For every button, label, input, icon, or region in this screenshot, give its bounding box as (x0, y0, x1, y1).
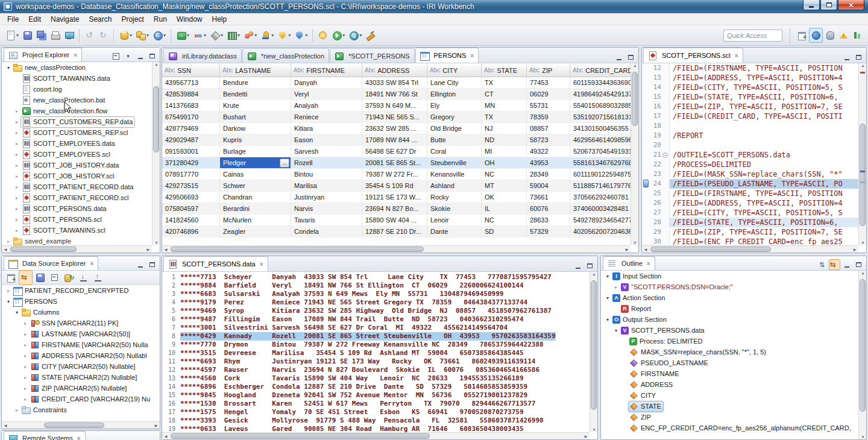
column-header-lastname[interactable]: AbcLASTNAME (220, 63, 291, 77)
expanded-arrow-icon[interactable]: ▾ (603, 274, 612, 279)
connection-status-button[interactable] (4, 270, 18, 285)
dse-tree-item[interactable]: ▸PATIENT_RECORD_ENCRYPTED (2, 285, 160, 296)
collapsed-arrow-icon[interactable]: ▸ (13, 152, 21, 157)
new-flow-button[interactable]: ▾ (174, 28, 191, 43)
outline-tree-item[interactable]: ▾Input Section (601, 271, 858, 281)
menu-edit[interactable]: Edit (24, 14, 46, 25)
scl-code-area[interactable]: 12/FIELD=(FIRSTNAME, TYPE=ASCII, POSITIO… (642, 63, 858, 245)
code-line[interactable]: 17/FIELD=(CREDIT_CARD, TYPE=ASCII, POSIT… (642, 112, 858, 121)
outline-tree-item[interactable]: Report (601, 303, 858, 314)
query-button[interactable]: ▾ (347, 28, 363, 43)
outline-tree-item[interactable]: MASK_SSN=replace_chars(SSN, "*", 1, 5) (601, 347, 858, 357)
dropdown-arrow-icon[interactable]: ▾ (359, 33, 362, 38)
resource-perspective-button[interactable] (851, 28, 864, 43)
collapsed-arrow-icon[interactable]: ▸ (21, 342, 30, 348)
run-button[interactable]: ▾ (330, 28, 347, 43)
project-tree-item[interactable]: ▸SCOTT_CUSTOMERS_REP.scl (2, 127, 152, 138)
classify-wizard-button[interactable]: ▾ (292, 28, 309, 43)
pe-vertical-scrollbar[interactable]: ▲▼ (152, 62, 160, 245)
expanded-arrow-icon[interactable]: ▾ (603, 295, 612, 301)
minimize-window-button[interactable] (803, 0, 820, 10)
tab-persons[interactable]: PERSONS× (415, 48, 479, 63)
scroll-thumb[interactable] (153, 86, 159, 152)
collapsed-arrow-icon[interactable]: ▸ (13, 217, 21, 222)
table-row[interactable]: 075804597BerardiniNarvis23694 N 827 Bo..… (162, 203, 631, 215)
dse-tree-item[interactable]: ▸ZIP [VARCHAR2(5) Nullable] (2, 383, 160, 394)
maximize-editor-button[interactable] (853, 52, 864, 63)
collapsed-arrow-icon[interactable]: ▸ (21, 321, 30, 326)
collapsed-arrow-icon[interactable]: ▸ (13, 163, 21, 168)
dropdown-arrow-icon[interactable]: ▾ (271, 33, 274, 38)
save-button[interactable] (20, 28, 34, 43)
project-tree-item[interactable]: ▾new_classProtection (2, 62, 152, 73)
expanded-arrow-icon[interactable]: ▾ (4, 65, 13, 71)
tab-scott-persons-scl[interactable]: SCOTT_PERSONS.scl × (643, 48, 743, 63)
collapsed-arrow-icon[interactable]: ▸ (13, 206, 21, 212)
data-line[interactable]: 10*****3515 Devreese Marilisa 35454 S 10… (162, 349, 590, 357)
menu-navigate[interactable]: Navigate (46, 14, 84, 25)
dropdown-arrow-icon[interactable]: ▾ (342, 33, 345, 38)
column-header-ssn[interactable]: AbcSSN (162, 63, 220, 77)
dse-tree-item[interactable]: ▸STATE [VARCHAR2(2) Nullable] (2, 372, 160, 383)
scroll-thumb[interactable] (44, 423, 104, 428)
export-profile-button[interactable] (91, 270, 105, 285)
data-line[interactable]: 6*****9487 Fillingim Eason 17089 NW 844 … (162, 315, 590, 324)
project-tree-item[interactable]: ▸saved_example (2, 236, 152, 245)
data-code-area[interactable]: 1*****7713 Scheyer Danyah 43033 SW 854 T… (162, 272, 590, 432)
remote-systems-tab[interactable]: Remote Systems × (4, 431, 86, 440)
menu-help[interactable]: Help (207, 14, 232, 25)
data-vertical-scrollbar[interactable]: ▲▼ (590, 272, 597, 432)
minimize-view-button[interactable] (134, 259, 146, 270)
data-horizontal-scrollbar[interactable]: ◀▶ (162, 432, 590, 439)
close-view-icon[interactable]: × (74, 52, 77, 58)
code-line[interactable]: 28/FIELD=(STATE, TYPE=ASCII, POSITION=6, (642, 218, 858, 227)
outline-vertical-scrollbar[interactable]: ▲▼ (858, 271, 866, 439)
dropdown-arrow-icon[interactable]: ▾ (16, 33, 19, 38)
outline-tree-item[interactable]: ENC_FP_CREDIT_CARD=enc_fp_aes256_alphanu… (601, 423, 858, 433)
project-tree-item[interactable]: ▸SCOTT_PATIENT_RECORD.scl (2, 192, 152, 203)
project-tree-item[interactable]: SCOTT_TAIWANINS.data (2, 73, 152, 84)
collapsed-arrow-icon[interactable]: ▸ (612, 284, 620, 290)
collapsed-arrow-icon[interactable]: ▸ (13, 195, 21, 201)
tab--new-classprotection[interactable]: *new_classProtection (242, 48, 329, 63)
table-row[interactable]: 429029487KuprisEason17089 NW 844 ...Butt… (162, 134, 631, 146)
code-line[interactable]: 16/FIELD=(ZIP, TYPE=ASCII, POSITION=7, S… (642, 102, 858, 112)
protect-wizard-button[interactable]: ▾ (275, 28, 292, 43)
close-view-icon[interactable]: × (90, 260, 93, 267)
dropdown-arrow-icon[interactable]: ▾ (221, 33, 223, 38)
project-tree-item[interactable]: ▸SCOTT_JOB_HISTORY.scl (2, 171, 152, 181)
expanded-arrow-icon[interactable]: ▾ (4, 299, 13, 304)
project-tree-item[interactable]: ▸SCOTT_PERSONS.data (2, 203, 152, 214)
dse-tree-item[interactable]: ▸SSN [VARCHAR2(11) PK] (2, 318, 160, 328)
link-with-editor-button[interactable] (19, 270, 33, 285)
dropdown-arrow-icon[interactable]: ▾ (130, 33, 132, 38)
dse-tree-item[interactable]: ▾PERSONS (2, 296, 160, 307)
data-line[interactable]: 5*****9469 Syrop Kitiara 23632 SW 285 Hi… (162, 307, 590, 315)
expanded-arrow-icon[interactable]: ▾ (603, 317, 612, 322)
scroll-thumb[interactable] (10, 247, 77, 252)
project-tree-item[interactable]: cosort.log (2, 84, 152, 95)
link-with-editor-button[interactable] (829, 259, 840, 270)
quick-access-input[interactable] (723, 30, 782, 42)
code-line[interactable]: 22/PROCESS=DELIMITED (642, 160, 858, 169)
project-tree-item[interactable]: ▸SCOTT_CUSTOMERS_REP.data (2, 116, 152, 127)
collapsed-arrow-icon[interactable]: ▸ (13, 119, 21, 125)
collapse-all-button[interactable] (110, 51, 122, 61)
iri-workbench-perspective-button[interactable] (809, 28, 823, 43)
project-tree-item[interactable]: ▸SCOTT_TAIWANINS.scl (2, 225, 152, 236)
maximize-editor-button[interactable] (584, 260, 596, 271)
minimize-view-button[interactable] (134, 51, 146, 61)
close-view-icon[interactable]: × (77, 435, 81, 440)
scroll-thumb[interactable] (860, 124, 866, 226)
outline-tree-item[interactable]: ▾Output Section (601, 314, 858, 325)
code-line[interactable]: 20 (642, 140, 858, 150)
save-profile-button[interactable] (33, 270, 47, 285)
dse-tree-item[interactable]: ▸LASTNAME [VARCHAR2(50)] (2, 328, 160, 339)
data-line[interactable]: 17*****1575 Hengel Yomaly 70 SE 451 Stre… (162, 408, 590, 416)
project-explorer-tab[interactable]: Project Explorer × (4, 48, 82, 61)
scroll-thumb[interactable] (591, 280, 597, 410)
outline-tree-item[interactable]: ZIP (601, 412, 858, 423)
data-line[interactable]: 13*****4560 Cork Tavaris 15890 SW 404 Wa… (162, 374, 590, 383)
column-header-zip[interactable]: AbcZIP (527, 63, 570, 77)
maximize-view-button[interactable] (146, 51, 158, 61)
